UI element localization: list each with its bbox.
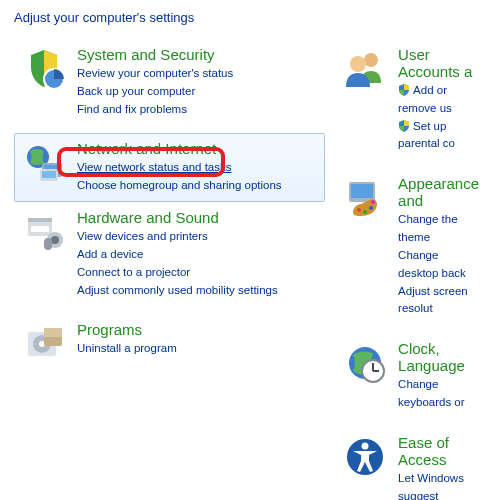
svg-rect-16 — [44, 328, 62, 337]
task-link[interactable]: Back up your computer — [77, 83, 318, 101]
task-link[interactable]: Let Windows suggest — [398, 470, 479, 500]
svg-rect-11 — [44, 238, 52, 250]
task-link[interactable]: Adjust commonly used mobility settings — [77, 282, 318, 300]
svg-point-18 — [350, 56, 366, 72]
svg-point-17 — [364, 53, 378, 67]
task-link[interactable]: Change keyboards or — [398, 376, 479, 412]
task-link[interactable]: Choose homegroup and sharing options — [77, 177, 318, 195]
task-link[interactable]: Uninstall a program — [77, 340, 318, 358]
svg-rect-7 — [28, 218, 52, 222]
system-security-icon — [21, 46, 67, 92]
category-ease-of-access[interactable]: Ease of Access Let Windows suggest Optim… — [335, 427, 486, 500]
category-hardware-sound[interactable]: Hardware and Sound View devices and prin… — [14, 202, 325, 314]
category-title[interactable]: System and Security — [77, 46, 318, 63]
page-title: Adjust your computer's settings — [14, 10, 486, 25]
right-column: User Accounts a Add or remove us Set up … — [325, 39, 486, 500]
svg-point-10 — [51, 236, 59, 244]
network-internet-icon — [21, 140, 67, 186]
user-accounts-icon — [342, 46, 388, 92]
svg-point-30 — [362, 442, 369, 449]
category-appearance[interactable]: Appearance and Change the theme Change d… — [335, 168, 486, 333]
task-link[interactable]: Change desktop back — [398, 247, 479, 283]
uac-shield-icon — [398, 120, 410, 132]
category-title[interactable]: Programs — [77, 321, 318, 338]
task-link[interactable]: Change the theme — [398, 211, 479, 247]
task-link[interactable]: View devices and printers — [77, 228, 318, 246]
svg-point-24 — [371, 200, 375, 204]
task-link[interactable]: Adjust screen resolut — [398, 283, 479, 319]
category-title[interactable]: Network and Internet — [77, 140, 318, 157]
task-link[interactable]: Add a device — [77, 246, 318, 264]
category-title[interactable]: Appearance and — [398, 175, 479, 209]
left-column: System and Security Review your computer… — [14, 39, 325, 500]
category-user-accounts[interactable]: User Accounts a Add or remove us Set up … — [335, 39, 486, 168]
svg-point-23 — [369, 206, 373, 210]
svg-point-21 — [357, 208, 361, 212]
category-title[interactable]: Hardware and Sound — [77, 209, 318, 226]
uac-shield-icon — [398, 84, 410, 96]
category-title[interactable]: Clock, Language — [398, 340, 479, 374]
category-network-internet[interactable]: Network and Internet View network status… — [14, 133, 325, 202]
category-clock-language[interactable]: Clock, Language Change keyboards or — [335, 333, 486, 427]
task-link[interactable]: Connect to a projector — [77, 264, 318, 282]
appearance-icon — [342, 175, 388, 221]
task-link[interactable]: Set up parental co — [398, 118, 479, 154]
task-link[interactable]: Find and fix problems — [77, 101, 318, 119]
svg-rect-20 — [351, 184, 373, 198]
task-link[interactable]: Review your computer's status — [77, 65, 318, 83]
hardware-sound-icon — [21, 209, 67, 255]
task-link-view-network-status[interactable]: View network status and tasks — [77, 159, 318, 177]
category-title[interactable]: User Accounts a — [398, 46, 479, 80]
category-programs[interactable]: Programs Uninstall a program — [14, 314, 325, 382]
programs-icon — [21, 321, 67, 367]
svg-rect-8 — [31, 226, 49, 232]
svg-rect-5 — [42, 171, 56, 178]
category-system-security[interactable]: System and Security Review your computer… — [14, 39, 325, 133]
svg-point-22 — [363, 210, 367, 214]
clock-language-icon — [342, 340, 388, 386]
category-title[interactable]: Ease of Access — [398, 434, 479, 468]
task-link[interactable]: Add or remove us — [398, 82, 479, 118]
ease-of-access-icon — [342, 434, 388, 480]
